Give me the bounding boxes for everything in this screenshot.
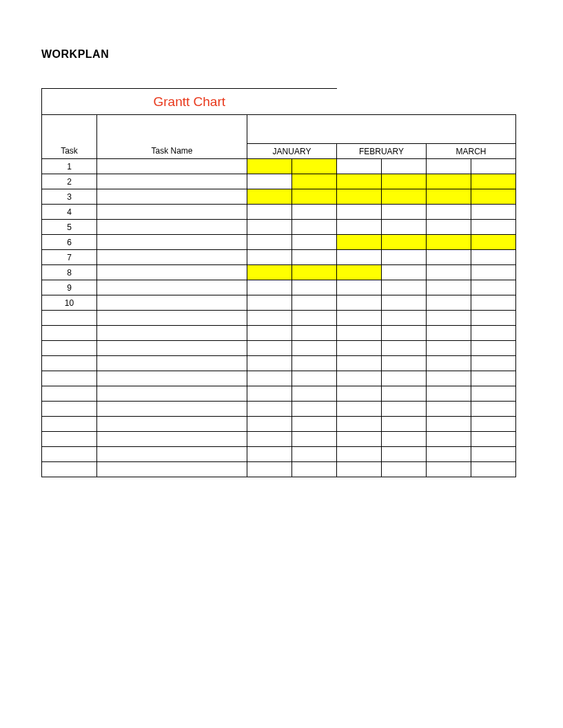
task-number-cell: 3 bbox=[42, 189, 97, 205]
chart-title: Grantt Chart bbox=[42, 89, 337, 115]
gantt-cell bbox=[247, 356, 292, 371]
gantt-cell bbox=[292, 432, 337, 447]
table-row: 8 bbox=[42, 265, 516, 280]
gantt-cell bbox=[427, 220, 471, 235]
gantt-cell bbox=[427, 265, 471, 280]
gantt-cell bbox=[292, 417, 337, 432]
task-number-cell: 2 bbox=[42, 174, 97, 189]
gantt-cell bbox=[247, 326, 292, 341]
gantt-cell bbox=[337, 295, 382, 311]
gantt-cell bbox=[292, 341, 337, 356]
gantt-cell bbox=[382, 417, 427, 432]
task-number-cell: 10 bbox=[42, 295, 97, 311]
task-name-cell bbox=[97, 235, 247, 250]
task-number-cell bbox=[42, 417, 97, 432]
header-spacer-row: Task Task Name bbox=[42, 115, 516, 144]
gantt-cell bbox=[471, 417, 516, 432]
table-row bbox=[42, 386, 516, 402]
gantt-cell bbox=[292, 447, 337, 462]
gantt-cell bbox=[427, 432, 471, 447]
gantt-cell bbox=[471, 235, 516, 250]
gantt-cell bbox=[337, 386, 382, 402]
gantt-cell bbox=[247, 205, 292, 220]
gantt-cell bbox=[382, 462, 427, 477]
task-name-cell bbox=[97, 174, 247, 189]
gantt-cell bbox=[247, 462, 292, 477]
gantt-cell bbox=[337, 250, 382, 265]
gantt-cell bbox=[382, 205, 427, 220]
gantt-cell bbox=[427, 159, 471, 174]
gantt-cell bbox=[471, 159, 516, 174]
gantt-cell bbox=[471, 371, 516, 386]
table-row bbox=[42, 462, 516, 477]
gantt-cell bbox=[247, 280, 292, 295]
gantt-cell bbox=[247, 159, 292, 174]
gantt-cell bbox=[382, 326, 427, 341]
task-number-cell bbox=[42, 462, 97, 477]
gantt-cell bbox=[471, 311, 516, 326]
gantt-cell bbox=[292, 235, 337, 250]
gantt-cell bbox=[292, 220, 337, 235]
table-row bbox=[42, 417, 516, 432]
gantt-cell bbox=[292, 280, 337, 295]
gantt-cell bbox=[247, 402, 292, 417]
gantt-cell bbox=[247, 174, 292, 189]
gantt-cell bbox=[471, 265, 516, 280]
task-name-cell bbox=[97, 462, 247, 477]
task-number-cell bbox=[42, 447, 97, 462]
task-number-cell: 8 bbox=[42, 265, 97, 280]
gantt-cell bbox=[382, 386, 427, 402]
gantt-cell bbox=[337, 417, 382, 432]
gantt-cell bbox=[382, 402, 427, 417]
gantt-cell bbox=[247, 250, 292, 265]
gantt-cell bbox=[292, 159, 337, 174]
task-number-cell: 9 bbox=[42, 280, 97, 295]
task-name-cell bbox=[97, 159, 247, 174]
task-number-cell bbox=[42, 311, 97, 326]
task-number-cell bbox=[42, 326, 97, 341]
gantt-cell bbox=[471, 402, 516, 417]
gantt-cell bbox=[382, 250, 427, 265]
gantt-cell bbox=[427, 447, 471, 462]
gantt-cell bbox=[382, 265, 427, 280]
table-row: 10 bbox=[42, 295, 516, 311]
gantt-cell bbox=[337, 356, 382, 371]
table-row bbox=[42, 341, 516, 356]
gantt-cell bbox=[382, 432, 427, 447]
gantt-cell bbox=[471, 295, 516, 311]
task-number-cell: 6 bbox=[42, 235, 97, 250]
gantt-cell bbox=[247, 371, 292, 386]
gantt-cell bbox=[427, 280, 471, 295]
gantt-cell bbox=[247, 265, 292, 280]
task-name-header: Task Name bbox=[97, 115, 247, 159]
gantt-cell bbox=[427, 235, 471, 250]
gantt-cell bbox=[337, 311, 382, 326]
task-name-cell bbox=[97, 220, 247, 235]
gantt-cell bbox=[292, 356, 337, 371]
gantt-cell bbox=[471, 356, 516, 371]
gantt-cell bbox=[471, 432, 516, 447]
gantt-cell bbox=[427, 311, 471, 326]
chart-title-row: Grantt Chart bbox=[42, 89, 516, 115]
task-number-cell bbox=[42, 371, 97, 386]
gantt-cell bbox=[471, 174, 516, 189]
table-row: 6 bbox=[42, 235, 516, 250]
gantt-cell bbox=[471, 250, 516, 265]
gantt-cell bbox=[247, 311, 292, 326]
task-name-cell bbox=[97, 447, 247, 462]
gantt-cell bbox=[337, 371, 382, 386]
document-title: WORKPLAN bbox=[41, 48, 542, 61]
task-number-cell: 4 bbox=[42, 205, 97, 220]
gantt-cell bbox=[247, 220, 292, 235]
gantt-cell bbox=[382, 311, 427, 326]
task-name-cell bbox=[97, 371, 247, 386]
gantt-cell bbox=[337, 189, 382, 205]
table-row: 5 bbox=[42, 220, 516, 235]
gantt-cell bbox=[427, 462, 471, 477]
gantt-cell bbox=[471, 205, 516, 220]
task-name-cell bbox=[97, 417, 247, 432]
table-row bbox=[42, 326, 516, 341]
gantt-cell bbox=[471, 326, 516, 341]
task-header: Task bbox=[42, 115, 97, 159]
gantt-cell bbox=[247, 189, 292, 205]
